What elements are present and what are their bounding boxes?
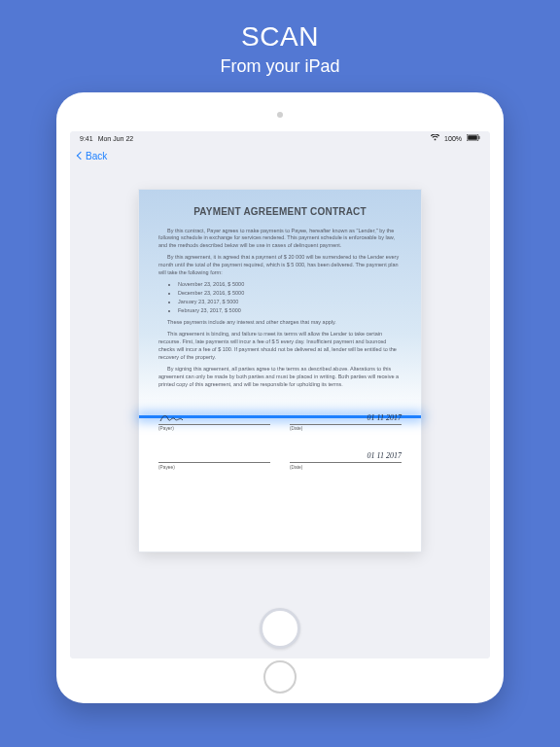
date-label: (Date) xyxy=(290,426,402,433)
payee-date: 01 11 2017 xyxy=(290,450,402,460)
shutter-bar xyxy=(70,598,490,658)
ipad-frame: 9:41 Mon Jun 22 100% Back PAYM xyxy=(56,92,504,703)
payer-label: (Payer) xyxy=(158,426,270,433)
doc-p4: This agreement is binding, and failure t… xyxy=(158,331,402,362)
doc-list: November 23, 2016, $ 5000 December 23, 2… xyxy=(178,281,402,315)
svg-rect-1 xyxy=(468,135,477,140)
payee-label: (Payee) xyxy=(158,465,270,472)
status-time: 9:41 xyxy=(80,135,93,142)
doc-item: January 23, 2017, $ 5000 xyxy=(178,299,402,306)
hero-subtitle: From your iPad xyxy=(220,56,339,77)
wifi-icon xyxy=(431,134,439,142)
chevron-left-icon xyxy=(77,152,85,160)
battery-icon xyxy=(467,134,480,142)
doc-item: February 23, 2017, $ 5000 xyxy=(178,307,402,315)
svg-rect-2 xyxy=(478,136,479,139)
doc-p5: By signing this agreement, all parties a… xyxy=(158,366,402,389)
payer-signature xyxy=(158,412,270,422)
doc-p3: These payments include any interest and … xyxy=(158,319,402,327)
back-label: Back xyxy=(86,151,107,161)
shutter-button[interactable] xyxy=(260,608,300,649)
screen: 9:41 Mon Jun 22 100% Back PAYM xyxy=(70,131,490,658)
doc-item: December 23, 2016, $ 5000 xyxy=(178,290,402,298)
statusbar: 9:41 Mon Jun 22 100% xyxy=(70,131,490,145)
doc-p1: By this contract, Payer agrees to make p… xyxy=(158,228,402,251)
scan-canvas: PAYMENT AGREEMENT CONTRACT By this contr… xyxy=(70,166,490,598)
battery-label: 100% xyxy=(444,135,462,142)
signature-row-1: (Payer) 01 11 2017 (Date) xyxy=(158,412,402,433)
doc-title: PAYMENT AGREEMENT CONTRACT xyxy=(158,205,402,220)
payer-date: 01 11 2017 xyxy=(290,412,402,422)
doc-item: November 23, 2016, $ 5000 xyxy=(178,281,402,289)
hero: SCAN From your iPad xyxy=(220,0,339,92)
document: PAYMENT AGREEMENT CONTRACT By this contr… xyxy=(139,190,421,551)
payee-signature xyxy=(158,450,270,460)
signature-row-2: (Payee) 01 11 2017 (Date) xyxy=(158,450,402,471)
home-button[interactable] xyxy=(263,660,297,694)
doc-p2: By this agreement, it is agreed that a p… xyxy=(158,254,402,277)
navbar: Back xyxy=(70,145,490,166)
back-button[interactable]: Back xyxy=(78,151,107,161)
camera-dot xyxy=(277,112,283,118)
date-label-2: (Date) xyxy=(290,465,402,472)
status-date: Mon Jun 22 xyxy=(98,135,134,142)
hero-title: SCAN xyxy=(220,21,339,53)
